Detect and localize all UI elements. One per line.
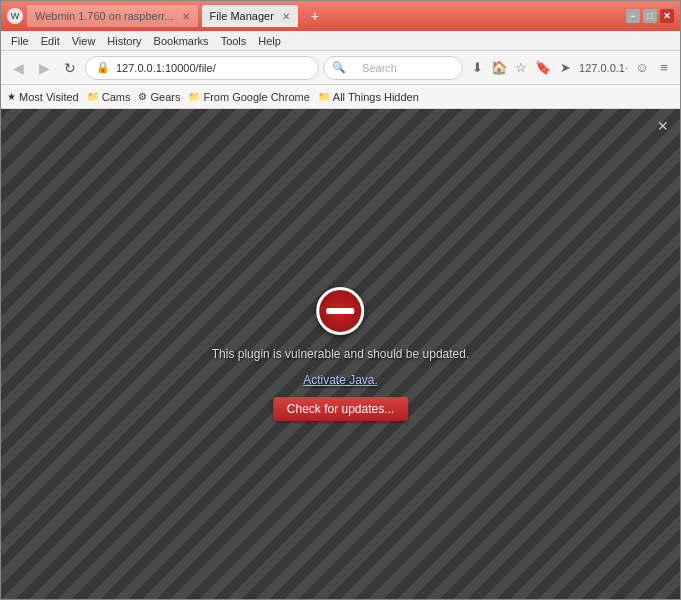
bookmark-gears[interactable]: ⚙ Gears — [138, 91, 180, 103]
nav-icon-group: ⬇ 🏠 ☆ 🔖 ➤ 127.0.0.1· ☺ ≡ — [467, 58, 674, 78]
bookmark-hidden-label: All Things Hidden — [333, 91, 419, 103]
activate-java-link[interactable]: Activate Java. — [303, 373, 378, 387]
plugin-blocked-bar — [326, 308, 354, 314]
check-updates-button[interactable]: Check for updates... — [273, 397, 408, 421]
menu-help[interactable]: Help — [252, 31, 287, 50]
bookmark-most-visited-icon: ★ — [7, 91, 16, 102]
tab-webmin-label: Webmin 1.760 on raspberr... — [35, 10, 174, 22]
tab-filemanager-label: File Manager — [210, 10, 274, 22]
content-close-button[interactable]: ✕ — [654, 117, 672, 135]
bookmark-hidden-icon: 📁 — [318, 91, 330, 102]
forward-button[interactable]: ▶ — [33, 57, 55, 79]
browser-window: W Webmin 1.760 on raspberr... ✕ File Man… — [0, 0, 681, 600]
home-icon[interactable]: 🏠 — [489, 58, 509, 78]
window-controls: − □ ✕ — [626, 9, 674, 23]
bookmark-most-visited-label: Most Visited — [19, 91, 79, 103]
reload-button[interactable]: ↻ — [59, 57, 81, 79]
menu-icon[interactable]: ≡ — [654, 58, 674, 78]
plugin-blocked-icon — [316, 287, 364, 335]
close-button[interactable]: ✕ — [660, 9, 674, 23]
star-icon[interactable]: ☆ — [511, 58, 531, 78]
menu-edit[interactable]: Edit — [35, 31, 66, 50]
send-icon[interactable]: ➤ — [555, 58, 575, 78]
browser-logo: W — [7, 8, 23, 24]
tab-webmin[interactable]: Webmin 1.760 on raspberr... ✕ — [27, 5, 198, 27]
bookmark-gears-icon: ⚙ — [138, 91, 147, 102]
bookmark-cams-label: Cams — [102, 91, 131, 103]
maximize-button[interactable]: □ — [643, 9, 657, 23]
bookmarks-bar: ★ Most Visited 📁 Cams ⚙ Gears 📁 From Goo… — [1, 85, 680, 109]
titlebar: W Webmin 1.760 on raspberr... ✕ File Man… — [1, 1, 680, 31]
bookmark-most-visited[interactable]: ★ Most Visited — [7, 91, 79, 103]
menu-bookmarks[interactable]: Bookmarks — [148, 31, 215, 50]
menu-tools[interactable]: Tools — [215, 31, 253, 50]
menubar: File Edit View History Bookmarks Tools H… — [1, 31, 680, 51]
tab-filemanager[interactable]: File Manager ✕ — [202, 5, 298, 27]
search-icon: 🔍 — [332, 61, 346, 74]
url-text: 127.0.0.1:10000/file/ — [116, 62, 308, 74]
tab-webmin-close[interactable]: ✕ — [182, 11, 190, 22]
search-bar-container: 🔍 Search — [323, 56, 463, 80]
download-icon[interactable]: ⬇ — [467, 58, 487, 78]
new-tab-button[interactable]: + — [306, 7, 324, 25]
search-placeholder: Search — [348, 62, 397, 74]
minimize-button[interactable]: − — [626, 9, 640, 23]
url-bar[interactable]: 🔒 127.0.0.1:10000/file/ — [85, 56, 319, 80]
bookmark-all-things-hidden[interactable]: 📁 All Things Hidden — [318, 91, 419, 103]
menu-file[interactable]: File — [5, 31, 35, 50]
security-icon: 🔒 — [96, 61, 110, 74]
content-area: ✕ This plugin is vulnerable and should b… — [1, 109, 680, 599]
bookmark-chrome-icon: 📁 — [188, 91, 200, 102]
smiley-icon[interactable]: ☺ — [632, 58, 652, 78]
bookmark-cams[interactable]: 📁 Cams — [87, 91, 131, 103]
profile-label: 127.0.0.1· — [577, 62, 630, 74]
bookmark-icon[interactable]: 🔖 — [533, 58, 553, 78]
plugin-blocked-overlay: This plugin is vulnerable and should be … — [212, 287, 470, 421]
bookmark-chrome-label: From Google Chrome — [203, 91, 309, 103]
bookmark-gears-label: Gears — [150, 91, 180, 103]
navbar: ◀ ▶ ↻ 🔒 127.0.0.1:10000/file/ 🔍 Search ⬇… — [1, 51, 680, 85]
tab-filemanager-close[interactable]: ✕ — [282, 11, 290, 22]
bookmark-from-google-chrome[interactable]: 📁 From Google Chrome — [188, 91, 309, 103]
menu-view[interactable]: View — [66, 31, 102, 50]
bookmark-cams-icon: 📁 — [87, 91, 99, 102]
plugin-message: This plugin is vulnerable and should be … — [212, 345, 470, 363]
back-button[interactable]: ◀ — [7, 57, 29, 79]
menu-history[interactable]: History — [101, 31, 147, 50]
